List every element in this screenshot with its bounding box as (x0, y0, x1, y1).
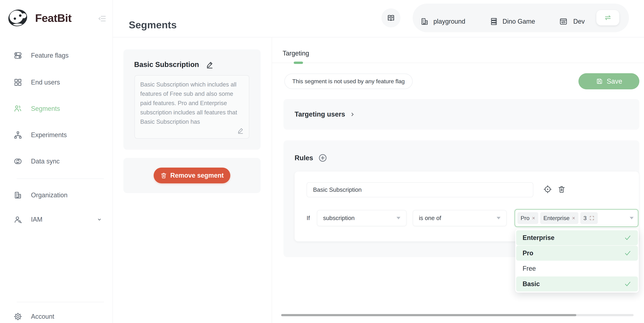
delete-rule-icon[interactable] (558, 185, 566, 193)
switch-environment-button[interactable] (596, 10, 619, 26)
brand-name: FeatBit (35, 12, 72, 24)
option-label: Enterprise (522, 234, 554, 242)
sidebar-item-label: End users (31, 78, 60, 86)
active-tab-indicator (294, 62, 303, 64)
organization-icon (14, 191, 22, 199)
tag-label: Enterprise (543, 215, 570, 222)
sidebar-item-organization[interactable]: Organization (0, 187, 112, 203)
targeting-users-section[interactable]: Targeting users (284, 99, 639, 130)
value-tag[interactable]: Pro × (518, 212, 538, 224)
save-icon (596, 78, 603, 85)
if-label: If (306, 215, 317, 222)
crosshair-icon[interactable] (543, 185, 552, 194)
usage-note-text: This segment is not used by any feature … (292, 78, 405, 85)
project-name[interactable]: playground (434, 18, 465, 26)
sidebar-item-label: Experiments (31, 131, 67, 139)
dropdown-option-basic[interactable]: Basic (516, 276, 638, 292)
remove-segment-label: Remove segment (170, 172, 224, 179)
experiments-icon (14, 131, 22, 139)
docs-button[interactable] (382, 8, 400, 28)
dropdown-option-free[interactable]: Free (516, 261, 638, 276)
check-icon (624, 280, 632, 288)
environment-switcher: playground Dino Game Dev (412, 4, 629, 32)
segments-icon (14, 104, 22, 113)
save-button[interactable]: Save (578, 73, 639, 89)
sidebar-item-data-sync[interactable]: Data sync (0, 154, 112, 169)
remove-segment-card: Remove segment (124, 158, 260, 193)
caret-down-icon (496, 217, 500, 219)
edit-description-icon[interactable] (237, 127, 244, 134)
iam-icon (14, 216, 22, 224)
sidebar-item-iam[interactable]: IAM (0, 212, 112, 228)
option-label: Free (522, 265, 536, 272)
segment-description-box[interactable]: Basic Subscription which includes all fe… (134, 75, 249, 138)
server-stack-icon (490, 17, 498, 26)
values-dropdown: Enterprise Pro Free Basic (515, 229, 639, 292)
option-label: Basic (522, 280, 540, 288)
sidebar-collapse-icon[interactable] (98, 14, 106, 23)
end-users-icon (14, 78, 22, 86)
sidebar-divider (17, 178, 104, 179)
sidebar-item-account[interactable]: Account (0, 309, 112, 323)
sidebar: FeatBit Feature flags End users (0, 0, 113, 323)
check-icon (624, 250, 632, 257)
values-multiselect[interactable]: Pro × Enterprise × 3 (515, 209, 638, 227)
segment-card: Basic Subscription Basic Subscription wh… (124, 50, 260, 150)
dropdown-option-enterprise[interactable]: Enterprise (516, 230, 638, 245)
remove-tag-icon[interactable]: × (572, 216, 575, 221)
sidebar-item-label: Organization (31, 191, 68, 199)
overflow-count: 3 (584, 215, 587, 222)
data-sync-icon (14, 157, 22, 166)
operator-value: is one of (419, 215, 441, 222)
gear-icon (14, 312, 22, 321)
edit-name-icon[interactable] (206, 61, 214, 68)
save-label: Save (607, 78, 622, 85)
trash-icon (160, 172, 167, 179)
code-window-icon (559, 17, 568, 26)
caret-down-icon (630, 217, 634, 219)
rules-label: Rules (294, 154, 313, 162)
chevron-right-icon (350, 111, 356, 118)
product-name[interactable]: Dino Game (502, 18, 535, 26)
chevron-down-icon (96, 216, 102, 222)
remove-tag-icon[interactable]: × (532, 216, 535, 221)
page-title: Segments (129, 19, 177, 31)
option-label: Pro (522, 250, 533, 257)
tag-label: Pro (520, 215, 530, 222)
sidebar-divider (17, 302, 104, 302)
featbit-logo-icon (7, 8, 29, 27)
environment-name[interactable]: Dev (573, 18, 585, 26)
feature-flags-icon (14, 52, 22, 60)
sidebar-item-segments[interactable]: Segments (0, 101, 112, 116)
usage-note: This segment is not used by any feature … (284, 74, 412, 89)
tab-targeting[interactable]: Targeting (282, 50, 309, 57)
segment-name: Basic Subscription (134, 60, 199, 68)
logo[interactable]: FeatBit (7, 8, 72, 27)
building-icon (420, 17, 429, 26)
sidebar-item-experiments[interactable]: Experiments (0, 127, 112, 143)
header-border (113, 37, 644, 38)
rule-name-input[interactable] (306, 182, 533, 197)
targeting-users-label: Targeting users (294, 110, 345, 118)
horizontal-scrollbar-thumb[interactable] (281, 314, 576, 316)
expand-icon[interactable] (589, 216, 594, 221)
remove-segment-button[interactable]: Remove segment (154, 168, 230, 183)
check-icon (624, 234, 632, 242)
add-rule-icon[interactable] (318, 153, 327, 162)
value-tag[interactable]: Enterprise × (540, 212, 578, 224)
sidebar-item-label: Segments (31, 105, 60, 112)
tab-bar-line (272, 63, 644, 63)
sidebar-item-feature-flags[interactable]: Feature flags (0, 48, 112, 64)
sidebar-item-end-users[interactable]: End users (0, 74, 112, 90)
dropdown-option-pro[interactable]: Pro (516, 246, 638, 261)
overflow-tag[interactable]: 3 (580, 212, 598, 224)
sidebar-item-label: Feature flags (31, 52, 68, 60)
caret-down-icon (396, 217, 400, 219)
sidebar-item-label: IAM (31, 216, 42, 224)
sidebar-item-label: Data sync (31, 158, 60, 165)
swap-arrows-icon (604, 14, 612, 22)
panel-divider (272, 38, 272, 323)
property-select[interactable]: subscription (317, 210, 406, 226)
sidebar-item-label: Account (31, 312, 54, 320)
operator-select[interactable]: is one of (413, 210, 507, 226)
